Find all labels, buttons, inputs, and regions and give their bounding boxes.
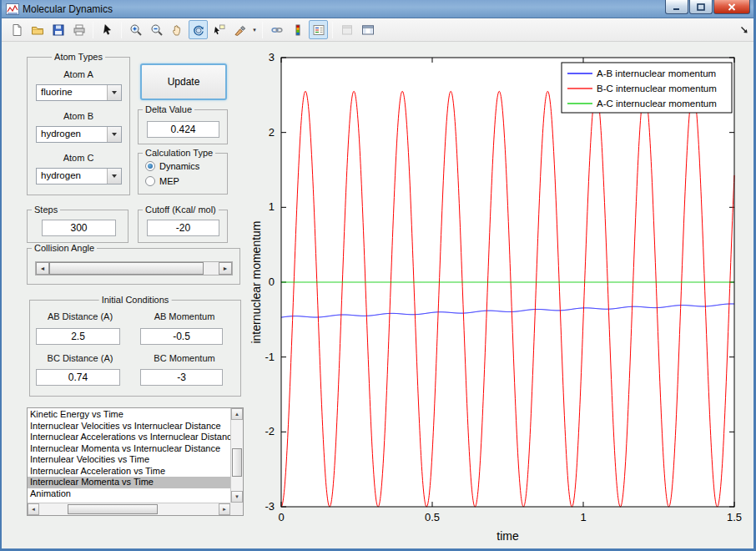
atom-a-label: Atom A (28, 69, 129, 79)
radio-mep[interactable]: MEP (145, 176, 179, 186)
radio-dynamics[interactable]: Dynamics (145, 161, 199, 171)
list-item[interactable]: Internuclear Momenta vs Time (28, 477, 230, 488)
radio-unselected-icon (145, 176, 155, 186)
toolbar-separator (262, 22, 263, 38)
atom-c-select[interactable]: hydrogen (36, 168, 122, 185)
list-item[interactable]: Internuclear Momenta vs Internuclear Dis… (28, 443, 230, 455)
insert-legend-button[interactable] (309, 20, 328, 39)
scroll-down-icon[interactable]: ▼ (231, 491, 243, 503)
scroll-right-icon[interactable]: ► (219, 503, 230, 515)
ab-momentum-label: AB Momentum (139, 311, 230, 321)
scroll-left-icon[interactable]: ◄ (28, 503, 39, 515)
data-cursor-button[interactable] (209, 20, 229, 39)
list-item[interactable]: Internulear Velocities vs Time (28, 454, 230, 466)
molecular-dynamics-window: Molecular Dynamics (0, 0, 756, 551)
slider-left-arrow[interactable]: ◄ (36, 262, 49, 275)
delta-value-input[interactable] (147, 121, 219, 138)
atom-b-select[interactable]: hydrogen (36, 126, 122, 143)
legend-entry-label: A-B internuclear momentum (597, 68, 716, 78)
y-tick-label: -1 (265, 351, 275, 363)
horizontal-scrollbar[interactable]: ◄ ► (28, 503, 230, 515)
zoom-out-button[interactable] (147, 20, 166, 39)
pan-button[interactable] (168, 20, 187, 39)
list-item[interactable]: Internuclear Velocities vs Internuclear … (28, 421, 230, 432)
print-figure-button[interactable] (69, 20, 88, 39)
vertical-scroll-thumb[interactable] (232, 448, 242, 477)
save-figure-button[interactable] (48, 20, 68, 39)
initial-conditions-panel: Initial Conditions AB Distance (A) AB Mo… (29, 300, 241, 397)
atom-a-value: fluorine (41, 87, 73, 97)
ab-momentum-input[interactable] (140, 328, 223, 345)
list-item[interactable]: Animation (28, 488, 230, 500)
plot-type-list: Kinetic Energy vs TimeInternuclear Veloc… (28, 409, 230, 503)
cutoff-input[interactable] (147, 220, 219, 236)
calculation-type-panel: Calculation Type Dynamics MEP (138, 153, 228, 195)
y-axis-label: internuclear momentum (249, 220, 263, 343)
rotate-3d-icon (192, 23, 205, 37)
insert-colorbar-button[interactable] (288, 20, 307, 39)
horizontal-scroll-thumb[interactable] (68, 504, 158, 514)
x-tick-label: 0 (278, 511, 284, 523)
plot-type-listbox[interactable]: Kinetic Energy vs TimeInternuclear Veloc… (27, 407, 244, 516)
steps-title: Steps (32, 205, 60, 215)
scroll-up-icon[interactable]: ▲ (231, 408, 243, 420)
toolbar-separator (121, 22, 122, 38)
vertical-scrollbar[interactable]: ▲ ▼ (230, 408, 243, 503)
link-plot-button[interactable] (267, 20, 286, 39)
cutoff-title: Cutoff (Kcal/ mol) (143, 205, 219, 215)
list-item[interactable]: Internuclear Accelerations vs Internucle… (28, 432, 230, 443)
delta-value-title: Delta Value (143, 104, 194, 114)
close-button[interactable] (713, 0, 750, 14)
cutoff-panel: Cutoff (Kcal/ mol) (138, 210, 228, 243)
list-item[interactable]: Internuclear Acceleration vs Time (28, 466, 230, 478)
x-tick-label: 1.5 (727, 511, 742, 523)
radio-dynamics-label: Dynamics (159, 161, 199, 171)
radio-selected-icon (145, 161, 155, 171)
atom-a-select[interactable]: fluorine (36, 84, 122, 101)
y-tick-label: 1 (269, 200, 275, 213)
pointer-icon (101, 23, 114, 37)
open-file-button[interactable] (28, 20, 47, 39)
maximize-button[interactable] (689, 0, 713, 14)
brush-button[interactable] (230, 20, 249, 39)
slider-thumb[interactable] (49, 262, 204, 275)
chevron-down-icon[interactable] (107, 127, 121, 142)
hide-plot-tools-button[interactable] (337, 20, 356, 39)
open-file-icon (31, 23, 44, 37)
bc-momentum-input[interactable] (140, 369, 223, 386)
show-plot-tools-button[interactable] (358, 20, 377, 39)
titlebar[interactable]: Molecular Dynamics (2, 0, 753, 18)
atom-types-title: Atom Types (52, 52, 105, 62)
bc-momentum-label: BC Momentum (139, 353, 230, 363)
zoom-in-button[interactable] (126, 20, 145, 39)
legend-icon (312, 23, 325, 37)
zoom-in-icon (129, 23, 143, 37)
hand-icon (171, 23, 184, 37)
link-plot-icon (270, 23, 284, 37)
edit-plot-button[interactable] (98, 20, 117, 39)
y-tick-label: 0 (269, 276, 275, 288)
new-figure-button[interactable] (7, 20, 26, 39)
atom-c-value: hydrogen (41, 170, 81, 180)
dock-figure-icon[interactable] (739, 25, 749, 35)
momentum-plot[interactable]: 00.511.5-3-2-10123timeinternuclear momen… (249, 42, 755, 551)
steps-input[interactable] (42, 220, 116, 236)
window-title: Molecular Dynamics (23, 3, 113, 15)
ab-distance-input[interactable] (36, 328, 120, 345)
chevron-down-icon[interactable] (107, 169, 121, 184)
bc-distance-input[interactable] (36, 369, 120, 386)
chevron-down-icon[interactable] (107, 85, 121, 100)
slider-right-arrow[interactable]: ► (219, 262, 232, 275)
rotate-3d-button[interactable] (189, 20, 208, 39)
atom-types-panel: Atom Types Atom A fluorine Atom B hydrog… (27, 57, 130, 195)
minimize-button[interactable] (665, 0, 688, 14)
collision-angle-panel: Collision Angle ◄ ► (27, 248, 240, 285)
update-button[interactable]: Update (140, 63, 227, 100)
list-item[interactable]: Kinetic Energy vs Time (28, 409, 230, 421)
atom-b-label: Atom B (28, 111, 129, 121)
ab-distance-label: AB Distance (A) (34, 311, 126, 321)
collision-angle-slider[interactable]: ◄ ► (35, 261, 233, 276)
new-figure-icon (10, 23, 23, 37)
bc-distance-label: BC Distance (A) (34, 353, 126, 363)
brush-dropdown-arrow[interactable]: ▾ (250, 20, 259, 39)
